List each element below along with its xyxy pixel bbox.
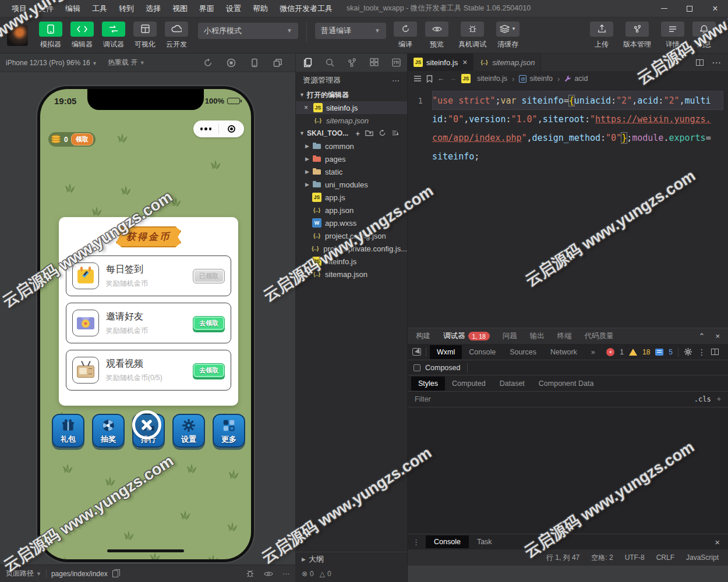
nav-button-礼包[interactable]: 礼包 <box>52 414 84 448</box>
panel-tab-构建[interactable]: 构建 <box>416 331 430 341</box>
encoding[interactable]: UTF-8 <box>625 553 645 562</box>
filter-input[interactable]: Filter <box>415 395 431 403</box>
project-root-row[interactable]: ▼ SKAI_TOO... + <box>296 127 407 140</box>
panel-tab-终端[interactable]: 终端 <box>557 331 572 341</box>
menu-item-2[interactable]: 文件 <box>33 0 59 17</box>
warning-count[interactable]: 18 <box>642 348 650 356</box>
menu-item-1[interactable]: 项目 <box>6 0 33 17</box>
close-tab-icon[interactable]: × <box>462 58 467 67</box>
record-icon[interactable] <box>227 58 236 68</box>
tree-item-project.config.json[interactable]: {..}project.config.json <box>296 229 407 242</box>
collapse-panel-icon[interactable]: ⌃ <box>699 332 705 340</box>
open-editor-siteinfo.js[interactable]: ×JSsiteinfo.js <box>296 101 407 114</box>
toolbar-btn-清缓存[interactable]: ▼清缓存 <box>493 22 522 49</box>
close-icon[interactable]: × <box>304 104 312 112</box>
toolbar-btn-版本管理[interactable]: 版本管理 <box>619 22 656 49</box>
bottom-tab-Console[interactable]: Console <box>426 535 469 548</box>
styles-tab-Component-Data[interactable]: Component Data <box>532 377 601 391</box>
tree-item-sitemap.json[interactable]: {..}sitemap.json <box>296 268 407 281</box>
menu-item-4[interactable]: 工具 <box>86 0 113 17</box>
task-button-2[interactable]: 去领取 <box>193 316 225 331</box>
tree-item-uni_modules[interactable]: ▶uni_modules <box>296 178 407 191</box>
new-folder-icon[interactable] <box>365 129 373 138</box>
tree-item-app.js[interactable]: JSapp.js <box>296 191 407 204</box>
page-path-label[interactable]: 页面路径 <box>6 569 34 579</box>
toolbar-btn-真机调试[interactable]: 真机调试 <box>454 22 491 49</box>
indent-setting[interactable]: 空格: 2 <box>591 553 613 563</box>
extensions-icon[interactable] <box>369 58 379 68</box>
panel-tab-代码质量[interactable]: 代码质量 <box>585 331 614 341</box>
menu-item-3[interactable]: 编辑 <box>59 0 86 17</box>
forward-arrow-icon[interactable]: → <box>450 74 457 83</box>
device-select[interactable]: iPhone 12/13 (Pro) 96% 16 ▼ <box>6 59 97 67</box>
close-button[interactable]: × <box>702 0 728 17</box>
tree-item-app.wxss[interactable]: Wapp.wxss <box>296 217 407 229</box>
devtools-tab-Console[interactable]: Console <box>462 345 503 359</box>
back-arrow-icon[interactable]: ← <box>437 74 445 83</box>
miniprogram-capsule[interactable] <box>193 120 244 137</box>
code-area[interactable]: 1 "use strict";var siteinfo={uniacid:"2"… <box>408 86 728 166</box>
toolbar-btn-消息[interactable]: 消息 <box>690 22 719 49</box>
toolbar-btn-模拟器[interactable]: 模拟器 <box>36 22 65 49</box>
editor-tab-sitemap.json[interactable]: {..}sitemap.json <box>473 54 541 71</box>
task-button-1[interactable]: 已领取 <box>193 269 225 283</box>
open-editors-section[interactable]: ▼ 打开的编辑器 <box>296 88 407 101</box>
toolbar-btn-云开发[interactable]: 云开发 <box>162 22 191 49</box>
inspect-element-icon[interactable] <box>412 348 421 356</box>
tree-item-app.json[interactable]: {..}app.json <box>296 204 407 217</box>
menu-item-9[interactable]: 设置 <box>220 0 247 17</box>
task-button-3[interactable]: 去领取 <box>193 363 225 378</box>
miniprogram-mode-select[interactable]: 小程序模式 ▼ <box>198 23 298 39</box>
more-icon[interactable]: ⋯ <box>712 57 721 68</box>
styles-tab-Styles[interactable]: Styles <box>411 377 445 391</box>
panel-tab-调试器[interactable]: 调试器1, 18 <box>443 331 490 341</box>
devtools-tab-Wxml[interactable]: Wxml <box>430 345 462 359</box>
copy-icon[interactable] <box>112 570 118 577</box>
toolbar-btn-编译[interactable]: 编译 <box>391 22 420 49</box>
toolbar-btn-详情[interactable]: 详情 <box>658 22 687 49</box>
new-file-icon[interactable]: + <box>355 129 360 138</box>
devtools-tab-Sources[interactable]: Sources <box>503 345 543 359</box>
tree-item-siteinfo.js[interactable]: JSsiteinfo.js <box>296 255 407 268</box>
outline-list-icon[interactable] <box>414 75 422 82</box>
eol-setting[interactable]: CRLF <box>656 553 674 562</box>
nav-button-设置[interactable]: 设置 <box>172 414 205 448</box>
search-icon[interactable] <box>325 58 335 68</box>
menu-item-10[interactable]: 帮助 <box>247 0 274 17</box>
breadcrumb-symbol[interactable]: @ siteinfo <box>519 74 553 83</box>
bookmark-icon[interactable] <box>426 75 433 83</box>
compile-mode-select[interactable]: 普通编译 ▼ <box>315 23 386 39</box>
add-style-icon[interactable]: + <box>717 395 721 403</box>
close-icon[interactable]: × <box>715 537 723 547</box>
menu-item-7[interactable]: 视图 <box>167 0 193 17</box>
avatar[interactable] <box>7 25 28 46</box>
toolbar-btn-编辑器[interactable]: 编辑器 <box>68 22 97 49</box>
claim-button[interactable]: 领取 <box>71 133 93 146</box>
explorer-files-icon[interactable] <box>303 58 313 68</box>
language-mode[interactable]: JavaScript <box>686 553 719 562</box>
tree-item-common[interactable]: ▶common <box>296 140 407 152</box>
menu-item-6[interactable]: 选择 <box>140 0 167 17</box>
toolbar-btn-可视化[interactable]: 可视化 <box>130 22 160 49</box>
more-menu-icon[interactable] <box>193 127 218 130</box>
breadcrumb-file[interactable]: JS siteinfo.js <box>461 74 507 83</box>
error-count[interactable]: 1 <box>620 348 624 356</box>
info-count[interactable]: 5 <box>669 348 673 356</box>
tree-item-static[interactable]: ▶static <box>296 165 407 178</box>
refresh-icon[interactable] <box>379 129 386 138</box>
toolbar-btn-调试器[interactable]: 调试器 <box>99 22 128 49</box>
refresh-icon[interactable] <box>203 58 213 68</box>
collapse-all-icon[interactable] <box>391 129 399 138</box>
source-control-icon[interactable] <box>347 58 357 68</box>
panel-tab-输出[interactable]: 输出 <box>530 331 545 341</box>
panel-tab-问题[interactable]: 问题 <box>503 331 517 341</box>
breadcrumb-member[interactable]: acid <box>564 74 588 83</box>
split-editor-icon[interactable] <box>696 59 704 66</box>
cursor-position[interactable]: 行 1, 列 47 <box>546 553 579 563</box>
devtools-tab-Network[interactable]: Network <box>543 345 584 359</box>
tree-item-pages[interactable]: ▶pages <box>296 152 407 165</box>
menu-item-5[interactable]: 转到 <box>113 0 140 17</box>
more-icon[interactable]: ⋯ <box>392 76 400 85</box>
settings-gear-icon[interactable] <box>684 347 692 356</box>
tree-item-project.private.config.js...[interactable]: {..}project.private.config.js... <box>296 242 407 255</box>
